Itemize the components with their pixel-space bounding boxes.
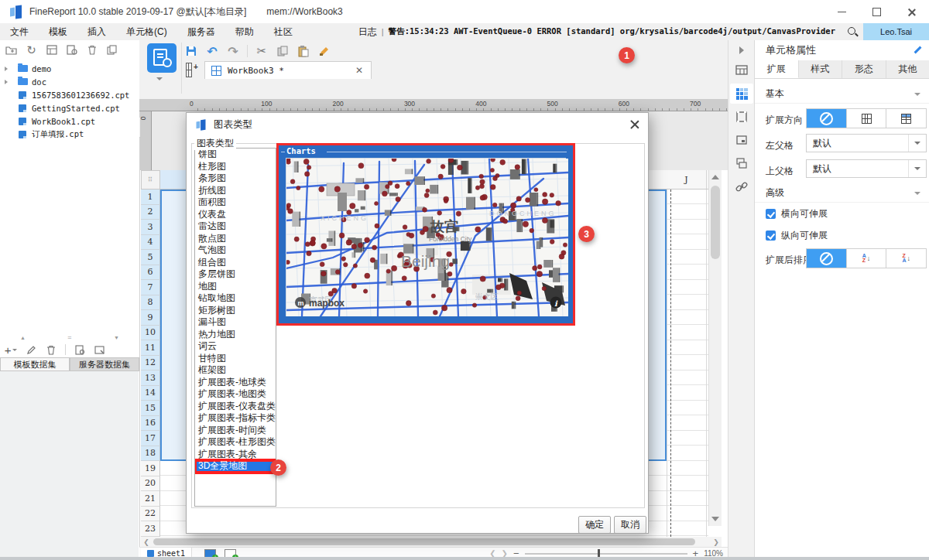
dialog-title-bar[interactable]: 图表类型 (187, 113, 648, 136)
tab-close-icon[interactable]: ✕ (354, 65, 365, 76)
chart-type-option-热力地图[interactable]: 热力地图 (195, 329, 276, 341)
chart-type-option-气泡图[interactable]: 气泡图 (195, 244, 276, 257)
settings-button[interactable] (65, 43, 78, 56)
menu-item-3[interactable]: 插入 (77, 23, 116, 40)
dataset-tab-模板数据集[interactable]: 模板数据集 (0, 357, 70, 371)
properties-tab-样式[interactable]: 样式 (799, 60, 843, 78)
chart-type-option-矩形树图[interactable]: 矩形树图 (195, 305, 276, 317)
chart-type-option-钻取地图[interactable]: 钻取地图 (195, 292, 276, 305)
tree-item-doc[interactable]: doc (0, 75, 139, 88)
dataset-tab-服务器数据集[interactable]: 服务器数据集 (70, 357, 139, 371)
cell-element-icon[interactable] (735, 63, 749, 77)
chart-type-option-词云[interactable]: 词云 (195, 340, 276, 353)
expand-none-option[interactable] (807, 109, 847, 128)
search-icon[interactable] (846, 26, 859, 38)
section-basic[interactable]: 基本 (755, 85, 929, 104)
properties-tab-扩展[interactable]: 扩展 (755, 60, 799, 78)
float-element-icon[interactable] (735, 110, 749, 124)
template-browser-button[interactable] (147, 43, 177, 73)
chart-type-option-折线图[interactable]: 折线图 (195, 185, 276, 197)
vertical-expandable-checkbox[interactable] (766, 230, 776, 241)
expand-vertical-option[interactable] (847, 109, 887, 128)
paste-button[interactable] (297, 44, 310, 58)
chart-type-option-柱形图[interactable]: 柱形图 (195, 161, 276, 173)
row-header-8[interactable]: 8 (141, 295, 160, 311)
chart-type-option-地图[interactable]: 地图 (195, 281, 276, 293)
row-header-3[interactable]: 3 (141, 220, 160, 235)
cancel-button[interactable]: 取消 (614, 516, 646, 534)
undo-button[interactable]: ↶ (205, 44, 219, 58)
sort-ascending-option[interactable]: AZ↓ (847, 249, 887, 268)
warning-message[interactable]: 警告:15:34:23 AWT-EventQueue-0 ERROR [stan… (389, 26, 835, 37)
hyperlink-icon[interactable] (735, 180, 749, 194)
row-header-23[interactable]: 23 (141, 521, 160, 537)
scroll-down-icon[interactable] (711, 517, 719, 521)
row-header-19[interactable]: 19 (141, 461, 160, 476)
chart-type-option-框架图[interactable]: 框架图 (195, 364, 276, 377)
chart-type-option-3D全景地图[interactable]: 3D全景地图 (195, 460, 276, 473)
connection-button[interactable] (94, 343, 106, 356)
properties-tab-其他[interactable]: 其他 (886, 60, 929, 78)
row-header-16[interactable]: 16 (141, 416, 160, 432)
panel-splitter[interactable]: ▲=▼ (0, 333, 139, 342)
row-header-18[interactable]: 18 (141, 446, 160, 462)
expand-arrow-icon[interactable] (5, 80, 8, 84)
column-header-J[interactable]: J (667, 170, 707, 189)
chart-type-option-散点图[interactable]: 散点图 (195, 233, 276, 245)
row-header-1[interactable]: 1 (141, 190, 160, 205)
select-all-corner[interactable]: ⠿ (141, 170, 160, 190)
chart-type-option-扩展图表-地球类[interactable]: 扩展图表-地球类 (195, 377, 276, 389)
row-header-2[interactable]: 2 (141, 205, 160, 220)
scroll-right-icon[interactable]: ❯ (711, 538, 722, 546)
scroll-up-icon[interactable] (711, 175, 719, 179)
row-header-11[interactable]: 11 (141, 340, 160, 356)
widget-settings-icon[interactable] (735, 133, 749, 147)
chart-type-option-扩展图表-柱形图类[interactable]: 扩展图表-柱形图类 (195, 436, 276, 449)
menu-item-1[interactable]: 文件 (0, 23, 39, 40)
left-parent-caret-icon[interactable] (908, 135, 926, 152)
top-parent-select[interactable]: 默认 (806, 159, 927, 178)
dialog-close-icon[interactable] (629, 118, 640, 130)
sort-descending-option[interactable]: ZA↓ (886, 249, 926, 268)
user-account[interactable]: Leo.Tsai (863, 23, 929, 40)
row-header-12[interactable]: 12 (141, 356, 160, 371)
row-header-14[interactable]: 14 (141, 386, 160, 401)
tree-item-WorkBook1.cpt[interactable]: WorkBook1.cpt (0, 114, 139, 128)
tree-item-1567583601236692.cpt[interactable]: 1567583601236692.cpt (0, 88, 139, 101)
template-view-button[interactable] (45, 43, 58, 56)
chart-type-option-多层饼图[interactable]: 多层饼图 (195, 268, 276, 281)
menu-item-7[interactable]: 社区 (264, 23, 303, 40)
chart-type-option-扩展图表-其余[interactable]: 扩展图表-其余 (195, 449, 276, 461)
tree-item-GettingStarted.cpt[interactable]: GettingStarted.cpt (0, 101, 139, 114)
row-header-7[interactable]: 7 (141, 280, 160, 295)
chart-type-option-雷达图[interactable]: 雷达图 (195, 220, 276, 233)
chart-type-option-扩展图表-地图类[interactable]: 扩展图表-地图类 (195, 388, 276, 401)
minimize-button[interactable] (824, 0, 859, 23)
row-header-22[interactable]: 22 (141, 507, 160, 522)
format-painter-button[interactable] (317, 44, 331, 58)
copy-button[interactable] (105, 43, 118, 56)
maximize-button[interactable] (859, 0, 894, 23)
condition-attributes-icon[interactable] (735, 156, 749, 170)
chart-type-option-条形图[interactable]: 条形图 (195, 172, 276, 185)
row-header-17[interactable]: 17 (141, 431, 160, 446)
row-header-20[interactable]: 20 (141, 476, 160, 492)
collapse-panel-icon[interactable] (735, 43, 749, 57)
chart-type-option-饼图[interactable]: 饼图 (195, 149, 276, 161)
copy-cells-button[interactable] (276, 44, 290, 58)
menu-item-6[interactable]: 帮助 (225, 23, 264, 40)
delete-button[interactable] (85, 43, 98, 56)
chart-type-option-面积图[interactable]: 面积图 (195, 196, 276, 209)
horizontal-expandable-checkbox[interactable] (766, 209, 776, 219)
row-header-4[interactable]: 4 (141, 235, 160, 251)
chart-type-option-漏斗图[interactable]: 漏斗图 (195, 316, 276, 329)
close-button[interactable] (894, 0, 929, 23)
delete-dataset-button[interactable] (45, 343, 57, 356)
edit-dataset-button[interactable] (25, 343, 37, 356)
vertical-scrollbar[interactable] (708, 170, 722, 526)
sort-none-option[interactable] (807, 249, 847, 268)
cut-button[interactable]: ✂ (255, 44, 269, 58)
horizontal-scrollbar[interactable]: ❮ ❯ (141, 537, 722, 547)
row-header-13[interactable]: 13 (141, 370, 160, 386)
tree-item-订单填报.cpt[interactable]: 订单填报.cpt (0, 128, 139, 141)
